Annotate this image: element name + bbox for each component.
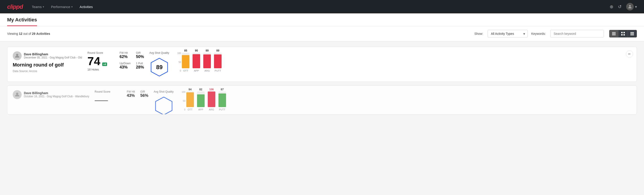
viewing-text: Viewing 12 out of 29 Activities (7, 32, 471, 36)
activity-type-select[interactable]: All Activity Types (488, 30, 528, 38)
bars-2: 94 OTT 82 APP (186, 88, 226, 111)
bar2-putt: 87 PUTT (218, 88, 226, 111)
nav-activities-label: Activities (80, 5, 93, 9)
toolbar: Viewing 12 out of 29 Activities Show: Al… (0, 26, 644, 41)
user-info-2: Dave Billingham October 16, 2021 · Gog M… (24, 91, 89, 98)
activity-type-wrapper[interactable]: All Activity Types (488, 30, 528, 38)
y-axis-mid: 50 (178, 61, 181, 63)
gir-2: GIR 56% (140, 90, 148, 98)
nav-performance-label: Performance (51, 5, 70, 9)
fw-hit: FW Hit 62% (120, 51, 130, 59)
nav-performance-chevron: ▾ (72, 6, 72, 8)
svg-rect-9 (630, 32, 634, 33)
svg-marker-15 (156, 97, 172, 114)
bar2-arg-label: 106 (209, 88, 214, 91)
view-list[interactable] (628, 30, 637, 37)
user-info: Dave Billingham December 05, 2021 · Gog … (24, 52, 82, 59)
bar2-putt-xlabel: PUTT (219, 108, 226, 111)
fw-hit-label: FW Hit (120, 51, 130, 54)
bar2-arg-xlabel: ARG (209, 108, 214, 111)
one-putt: 1 Putt 28% (136, 62, 144, 70)
stat-sub-group-2: FW Hit 43% (127, 90, 135, 98)
bar-chart-container-2: 100 50 0 94 OTT 82 (179, 91, 226, 114)
view-list-condensed[interactable] (610, 30, 618, 37)
svg-rect-7 (621, 34, 622, 36)
bar-arg-xlabel: ARG (204, 70, 210, 72)
nav-performance[interactable]: Performance ▾ (51, 5, 72, 9)
y-axis-bot: 0 (180, 70, 181, 72)
show-label: Show: (474, 32, 483, 36)
bar-ott-fill (182, 55, 190, 68)
viewing-mid2: out of (23, 32, 31, 36)
round-score-group: Round Score 74 +4 18 Holes (88, 51, 114, 71)
user-menu-chevron: ▾ (635, 5, 637, 9)
stat-sub-group: FW Hit 62% Up/Down 43% (120, 51, 130, 70)
score-diff: +4 (102, 62, 107, 66)
round-score-group-2: Round Score (94, 90, 122, 101)
bar2-ott-label: 94 (188, 88, 192, 91)
svg-point-12 (16, 54, 18, 56)
search-input[interactable] (550, 30, 604, 38)
svg-rect-10 (630, 34, 634, 34)
bar2-ott-fill (186, 92, 194, 107)
bar-putt-xlabel: PUTT (215, 70, 221, 72)
bar-arg-fill (203, 54, 211, 68)
fw-hit-value: 62% (120, 54, 130, 59)
header: clippd Teams ▾ Performance ▾ Activities … (0, 0, 644, 14)
viewing-total: 29 (32, 32, 36, 36)
edit-button[interactable]: ✏ (626, 50, 633, 58)
fw-hit-2: FW Hit 43% (127, 90, 135, 98)
bar-putt-label: 89 (216, 49, 219, 52)
user-date: December 05, 2021 · Gog Magog Golf Club … (24, 56, 82, 59)
user-menu[interactable]: ▾ (626, 3, 637, 10)
updown: Up/Down 43% (120, 62, 130, 70)
viewing-count: 12 (19, 32, 22, 36)
bar2-arg: 106 ARG (208, 88, 215, 111)
user-name: Dave Billingham (24, 52, 82, 56)
card-left: Dave Billingham December 05, 2021 · Gog … (13, 51, 82, 73)
bar2-putt-fill (218, 94, 226, 107)
updown-value: 43% (120, 65, 130, 70)
one-putt-value: 28% (136, 65, 144, 70)
add-icon[interactable]: ⊕ (610, 4, 614, 9)
avatar-2 (13, 90, 22, 99)
activity-title: Morning round of golf (13, 62, 82, 68)
bar-ott-label: 85 (184, 49, 187, 52)
viewing-suffix: Activities (36, 32, 50, 36)
bar-arg: 89 ARG (203, 49, 211, 72)
gir: GIR 50% (136, 51, 144, 59)
y-axis-bot-2: 0 (184, 108, 186, 111)
updown-label: Up/Down (120, 62, 130, 65)
bar2-app-fill (197, 94, 205, 107)
bar-chart-container: 100 50 0 85 OTT (175, 52, 222, 76)
nav-teams[interactable]: Teams ▾ (32, 5, 44, 9)
score-placeholder (94, 100, 108, 101)
viewing-prefix: Viewing (7, 32, 18, 36)
activity-card-2: Dave Billingham October 16, 2021 · Gog M… (7, 86, 637, 114)
fw-hit-value-2: 43% (127, 93, 135, 98)
bar2-ott-xlabel: OTT (188, 108, 192, 111)
user-row: Dave Billingham December 05, 2021 · Gog … (13, 51, 82, 60)
bar-putt: 89 PUTT (214, 49, 222, 72)
nav-activities[interactable]: Activities (80, 5, 93, 9)
bar-app-label: 90 (195, 49, 198, 52)
bar-app: 90 APP (192, 49, 200, 72)
view-grid[interactable] (618, 30, 628, 37)
nav-teams-chevron: ▾ (43, 6, 44, 8)
gir-value-2: 56% (140, 93, 148, 98)
bar2-arg-fill (208, 92, 215, 107)
y-axis-top-2: 100 (182, 91, 186, 93)
refresh-icon[interactable]: ↺ (618, 4, 622, 9)
svg-rect-2 (612, 33, 616, 34)
hex-value: 89 (156, 64, 163, 71)
round-score-label-2: Round Score (94, 90, 122, 93)
keywords-label: Keywords: (531, 32, 546, 36)
one-putt-label: 1 Putt (136, 62, 144, 65)
svg-rect-11 (630, 34, 634, 35)
avatar (13, 51, 22, 60)
gir-value: 50% (136, 54, 144, 59)
activities-content: ✏ Dave Billingham December 05, 2021 · Go… (0, 41, 644, 120)
bar-arg-label: 89 (206, 49, 209, 52)
fw-hit-label-2: FW Hit (127, 90, 135, 93)
bar2-app-label: 82 (199, 88, 202, 91)
